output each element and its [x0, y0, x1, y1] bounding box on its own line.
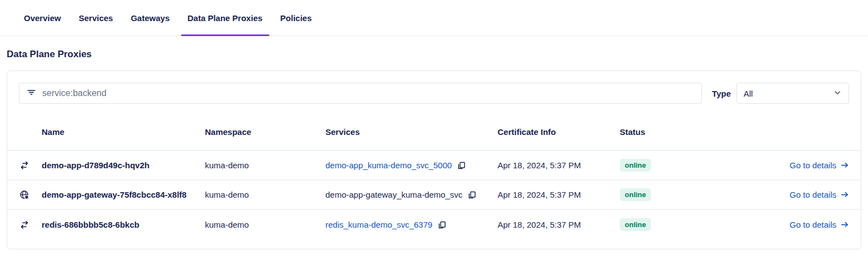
go-to-details-link[interactable]: Go to details	[790, 190, 849, 199]
arrow-right-icon	[840, 220, 849, 229]
service-name: demo-app-gateway_kuma-demo_svc	[325, 190, 463, 199]
search-input[interactable]	[42, 88, 694, 98]
tab-policies[interactable]: Policies	[274, 0, 319, 36]
filter-row: Type All	[19, 83, 849, 104]
status-badge: online	[620, 159, 651, 172]
arrow-right-icon	[840, 160, 849, 169]
column-header-certificate-info: Certificate Info	[498, 127, 620, 137]
column-header-name: Name	[42, 127, 205, 137]
type-filter-label: Type	[712, 89, 731, 98]
status-badge: online	[620, 218, 651, 231]
page-title: Data Plane Proxies	[7, 49, 868, 60]
copy-button[interactable]	[457, 161, 466, 170]
certificate-info: Apr 18, 2024, 5:37 PM	[498, 220, 620, 229]
standard-proxy-icon	[19, 160, 42, 171]
service-link[interactable]: redis_kuma-demo_svc_6379	[325, 220, 433, 229]
copy-icon	[468, 190, 476, 199]
arrow-right-icon	[840, 190, 849, 199]
status-badge: online	[620, 188, 651, 201]
proxies-table: Name Namespace Services Certificate Info…	[7, 113, 861, 239]
proxy-namespace: kuma-demo	[205, 220, 325, 229]
go-to-details-link[interactable]: Go to details	[790, 160, 849, 170]
filter-icon	[27, 88, 36, 99]
certificate-info: Apr 18, 2024, 5:37 PM	[498, 160, 620, 170]
column-header-status: Status	[620, 127, 849, 137]
proxy-name: demo-app-d789d49c-hqv2h	[42, 160, 205, 170]
standard-proxy-icon	[19, 219, 42, 230]
certificate-info: Apr 18, 2024, 5:37 PM	[498, 190, 620, 199]
table-row: demo-app-gateway-75f8cbcc84-x8lf8 kuma-d…	[7, 180, 861, 210]
proxy-namespace: kuma-demo	[205, 190, 325, 199]
data-plane-proxies-card: Type All Name Namespace Services Certifi…	[7, 71, 861, 249]
tab-gateways[interactable]: Gateways	[124, 0, 176, 36]
table-row: redis-686bbbb5c8-6bkcb kuma-demo redis_k…	[7, 210, 861, 239]
copy-icon	[438, 220, 446, 229]
proxy-name: demo-app-gateway-75f8cbcc84-x8lf8	[42, 190, 205, 199]
table-row: demo-app-d789d49c-hqv2h kuma-demo demo-a…	[7, 151, 861, 180]
tab-data-plane-proxies[interactable]: Data Plane Proxies	[181, 0, 269, 36]
type-filter-select[interactable]: All	[736, 83, 849, 104]
tab-overview[interactable]: Overview	[17, 0, 68, 36]
copy-button[interactable]	[468, 190, 476, 199]
tab-services[interactable]: Services	[72, 0, 120, 36]
column-header-namespace: Namespace	[205, 127, 325, 137]
service-link[interactable]: demo-app_kuma-demo_svc_5000	[325, 160, 452, 170]
gateway-icon	[19, 189, 42, 200]
copy-button[interactable]	[438, 220, 446, 229]
column-header-services: Services	[325, 127, 498, 137]
search-box[interactable]	[19, 83, 702, 104]
proxy-namespace: kuma-demo	[205, 160, 325, 170]
tab-bar: Overview Services Gateways Data Plane Pr…	[0, 0, 868, 36]
table-header-row: Name Namespace Services Certificate Info…	[7, 113, 861, 151]
go-to-details-link[interactable]: Go to details	[790, 220, 849, 229]
chevron-down-icon	[833, 88, 842, 99]
proxy-name: redis-686bbbb5c8-6bkcb	[42, 220, 205, 229]
type-filter-value: All	[744, 89, 753, 98]
copy-icon	[457, 161, 466, 170]
